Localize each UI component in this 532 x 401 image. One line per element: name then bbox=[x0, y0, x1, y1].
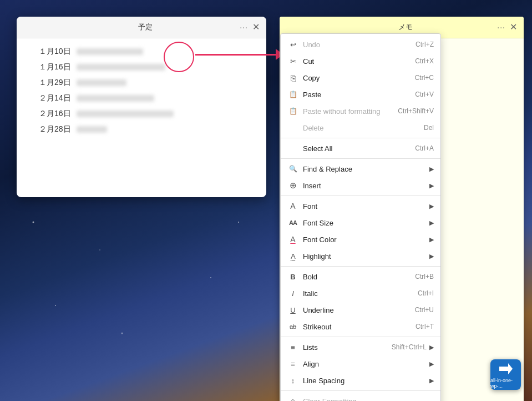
menu-label-cut: Cut bbox=[303, 57, 409, 66]
menu-divider-5 bbox=[281, 337, 440, 337]
menu-label-strikeout: Strikeout bbox=[303, 323, 410, 331]
menu-item-strikeout[interactable]: ab Strikeout Ctrl+T bbox=[281, 318, 440, 335]
schedule-date: １月10日 bbox=[39, 47, 71, 57]
select-all-icon bbox=[287, 143, 298, 154]
bold-icon: B bbox=[287, 271, 298, 282]
menu-label-highlight: Highlight bbox=[303, 252, 427, 260]
schedule-detail-blur bbox=[77, 95, 154, 102]
menu-item-underline[interactable]: U Underline Ctrl+U bbox=[281, 302, 440, 318]
menu-label-insert: Insert bbox=[303, 182, 427, 190]
schedule-titlebar: 予定 ··· ✕ bbox=[17, 17, 266, 38]
list-item: １月29日 bbox=[39, 78, 255, 88]
schedule-detail-blur bbox=[77, 64, 165, 71]
menu-item-cut[interactable]: ✂ Cut Ctrl+X bbox=[281, 53, 440, 69]
menu-item-clear-formatting[interactable]: ◇ Clear Formatting bbox=[281, 393, 440, 401]
menu-label-find-replace: Find & Replace bbox=[303, 165, 427, 173]
font-color-arrow: ▶ bbox=[429, 236, 434, 243]
menu-divider-6 bbox=[281, 390, 440, 391]
paste-no-format-icon: 📋 bbox=[287, 106, 298, 117]
list-item: ２月14日 bbox=[39, 93, 255, 103]
schedule-list: １月10日 １月16日 １月29日 ２月14日 ２月16日 ２月28日 bbox=[28, 47, 255, 134]
menu-label-paste: Paste bbox=[303, 91, 409, 99]
menu-divider-4 bbox=[281, 266, 440, 267]
list-item: ２月16日 bbox=[39, 109, 255, 119]
strikeout-icon: ab bbox=[287, 321, 298, 332]
menu-item-copy[interactable]: ⎘ Copy Ctrl+C bbox=[281, 69, 440, 86]
schedule-title: 予定 bbox=[51, 22, 240, 32]
menu-label-clear-formatting: Clear Formatting bbox=[303, 397, 434, 402]
find-replace-icon: 🔍 bbox=[287, 163, 298, 174]
shortcut-paste: Ctrl+V bbox=[415, 91, 434, 98]
menu-item-undo[interactable]: ↩ Undo Ctrl+Z bbox=[281, 36, 440, 53]
svg-point-7 bbox=[55, 305, 56, 306]
schedule-detail-blur bbox=[77, 126, 107, 133]
menu-label-undo: Undo bbox=[303, 41, 410, 49]
menu-item-line-spacing[interactable]: ↕ Line Spacing ▶ bbox=[281, 372, 440, 389]
menu-label-underline: Underline bbox=[303, 306, 409, 314]
menu-item-paste[interactable]: 📋 Paste Ctrl+V bbox=[281, 86, 440, 103]
menu-item-delete[interactable]: Delete Del bbox=[281, 119, 440, 136]
taskbar-zip-label: all-in-one-wp-... bbox=[490, 378, 521, 389]
shortcut-cut: Ctrl+X bbox=[415, 57, 434, 65]
menu-item-italic[interactable]: I Italic Ctrl+I bbox=[281, 285, 440, 302]
font-size-icon: AA bbox=[287, 217, 298, 228]
menu-item-lists[interactable]: ≡ Lists Shift+Ctrl+L ▶ bbox=[281, 339, 440, 355]
note-title: メモ bbox=[314, 22, 497, 32]
menu-label-delete: Delete bbox=[303, 124, 418, 132]
underline-icon: U bbox=[287, 304, 298, 315]
font-icon: A bbox=[287, 200, 298, 212]
shortcut-strikeout: Ctrl+T bbox=[416, 323, 434, 330]
clear-formatting-icon: ◇ bbox=[287, 395, 298, 401]
list-item: １月16日 bbox=[39, 62, 255, 72]
line-spacing-icon: ↕ bbox=[287, 375, 298, 386]
lists-icon: ≡ bbox=[287, 342, 298, 353]
menu-item-paste-no-format[interactable]: 📋 Paste without formatting Ctrl+Shift+V bbox=[281, 103, 440, 119]
schedule-detail-blur bbox=[77, 111, 174, 117]
insert-arrow: ▶ bbox=[429, 182, 434, 189]
line-spacing-arrow: ▶ bbox=[429, 377, 434, 384]
shortcut-italic: Ctrl+I bbox=[418, 289, 434, 297]
shortcut-bold: Ctrl+B bbox=[415, 273, 434, 280]
note-dots-button[interactable]: ··· bbox=[497, 23, 505, 32]
schedule-dots-button[interactable]: ··· bbox=[240, 23, 248, 32]
menu-label-italic: Italic bbox=[303, 289, 412, 298]
menu-item-insert[interactable]: ⊕ Insert ▶ bbox=[281, 177, 440, 194]
menu-label-font: Font bbox=[303, 202, 427, 210]
schedule-content: １月10日 １月16日 １月29日 ２月14日 ２月16日 ２月28日 bbox=[17, 38, 266, 148]
note-close-button[interactable]: ✕ bbox=[510, 23, 517, 32]
menu-item-select-all[interactable]: Select All Ctrl+A bbox=[281, 140, 440, 157]
find-replace-arrow: ▶ bbox=[429, 166, 434, 173]
menu-divider-2 bbox=[281, 158, 440, 159]
schedule-detail-blur bbox=[77, 79, 126, 86]
taskbar-zip-icon[interactable]: all-in-one-wp-... bbox=[490, 359, 521, 390]
lists-arrow: ▶ bbox=[429, 344, 434, 351]
svg-point-13 bbox=[210, 277, 211, 278]
schedule-close-button[interactable]: ✕ bbox=[252, 23, 260, 32]
menu-label-align: Align bbox=[303, 360, 427, 368]
svg-point-12 bbox=[238, 222, 239, 223]
note-window-controls: ··· ✕ bbox=[497, 23, 517, 32]
menu-item-highlight[interactable]: A̲ Highlight ▶ bbox=[281, 248, 440, 264]
shortcut-undo: Ctrl+Z bbox=[416, 41, 434, 48]
shortcut-copy: Ctrl+C bbox=[415, 74, 434, 82]
schedule-date: ２月14日 bbox=[39, 93, 71, 103]
menu-item-font[interactable]: A Font ▶ bbox=[281, 198, 440, 214]
schedule-window-controls: ··· ✕ bbox=[240, 23, 260, 32]
svg-point-8 bbox=[121, 333, 123, 334]
menu-item-align[interactable]: ≡ Align ▶ bbox=[281, 355, 440, 372]
list-item: ２月28日 bbox=[39, 124, 255, 134]
shortcut-underline: Ctrl+U bbox=[415, 306, 434, 314]
schedule-date: ２月16日 bbox=[39, 109, 71, 119]
menu-label-paste-no-format: Paste without formatting bbox=[303, 107, 392, 116]
list-item: １月10日 bbox=[39, 47, 255, 57]
delete-icon bbox=[287, 122, 298, 133]
menu-item-bold[interactable]: B Bold Ctrl+B bbox=[281, 268, 440, 285]
font-color-icon: A bbox=[287, 234, 298, 245]
menu-item-font-color[interactable]: A Font Color ▶ bbox=[281, 231, 440, 248]
menu-item-font-size[interactable]: AA Font Size ▶ bbox=[281, 214, 440, 231]
undo-icon: ↩ bbox=[287, 39, 298, 50]
menu-item-find-replace[interactable]: 🔍 Find & Replace ▶ bbox=[281, 161, 440, 177]
menu-label-copy: Copy bbox=[303, 74, 409, 82]
zip-arrow-icon bbox=[498, 361, 514, 377]
menu-label-lists: Lists bbox=[303, 343, 386, 352]
